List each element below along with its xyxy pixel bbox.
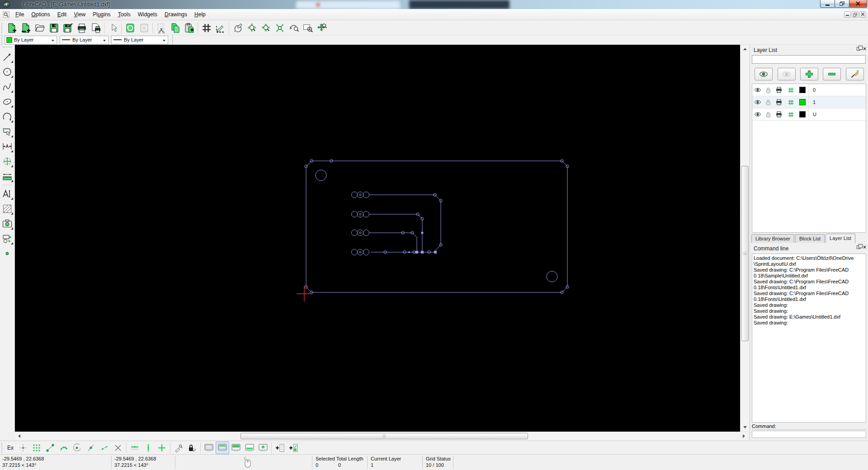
mdi-restore-button[interactable]: [852, 11, 859, 18]
lock-relative-zero-button[interactable]: [185, 442, 199, 454]
toolbar-handle[interactable]: [1, 443, 3, 453]
hatch-tool-button[interactable]: [1, 202, 14, 215]
auto-zoom-button[interactable]: [273, 21, 287, 34]
scroll-right-arrow[interactable]: [741, 433, 747, 439]
snap-entity-button[interactable]: [57, 442, 71, 454]
remove-layer-button[interactable]: [823, 68, 841, 80]
block-tool-button[interactable]: [1, 232, 14, 245]
menu-file[interactable]: File: [12, 9, 28, 19]
layer-lock-icon[interactable]: [763, 99, 773, 106]
line-tool-button[interactable]: [1, 51, 14, 63]
snap-intersection-button[interactable]: [111, 442, 125, 454]
color-combobox[interactable]: By Layer: [5, 36, 57, 44]
float-panel-icon[interactable]: [857, 47, 860, 51]
scroll-left-arrow[interactable]: [16, 433, 23, 439]
layer-name[interactable]: 0: [808, 84, 866, 96]
modify-layer-button[interactable]: [846, 68, 864, 80]
open-document-button[interactable]: [33, 21, 47, 34]
tab-layer-list[interactable]: Layer List: [826, 234, 855, 243]
circle-tool-button[interactable]: [1, 66, 14, 78]
layer-color-swatch[interactable]: [799, 99, 806, 105]
layer-name[interactable]: U: [808, 108, 866, 120]
new-document-button[interactable]: [5, 21, 19, 34]
menu-tools[interactable]: Tools: [114, 9, 134, 19]
layer-color-swatch[interactable]: [799, 111, 806, 118]
select-pointer-button[interactable]: [106, 21, 120, 34]
toolbar-handle[interactable]: [1, 23, 3, 33]
view-draft-button[interactable]: [229, 442, 243, 454]
arc-tool-button[interactable]: [1, 110, 14, 123]
modify-tool-button[interactable]: [1, 155, 14, 168]
grid-toggle-button[interactable]: [199, 21, 213, 34]
layer-row-1[interactable]: 1: [752, 96, 866, 108]
show-all-layers-button[interactable]: [755, 68, 773, 80]
previous-view-button[interactable]: [287, 21, 301, 34]
zoom-in-button[interactable]: [245, 21, 259, 34]
layer-visible-icon[interactable]: [752, 99, 763, 106]
spline-tool-button[interactable]: [1, 80, 14, 93]
linetype-combobox[interactable]: By Layer: [111, 36, 168, 44]
width-combobox[interactable]: By Layer: [60, 36, 108, 44]
snap-free-button[interactable]: [16, 442, 30, 454]
layer-visible-icon[interactable]: [752, 86, 763, 94]
snap-center-button[interactable]: [71, 442, 84, 454]
pan-zoom-button[interactable]: [315, 21, 329, 34]
new-from-template-button[interactable]: [19, 21, 33, 34]
toolbar-handle[interactable]: [172, 35, 174, 45]
float-panel-icon[interactable]: [857, 245, 860, 249]
layer-print-icon[interactable]: [773, 86, 785, 94]
drawing-canvas[interactable]: [15, 45, 740, 432]
zoom-out-button[interactable]: [259, 21, 273, 34]
layer-construction-icon[interactable]: [785, 87, 797, 94]
scrollbar-thumb[interactable]: [241, 433, 528, 439]
zoom-window-button[interactable]: [301, 21, 315, 34]
menu-drawings[interactable]: Drawings: [161, 9, 191, 19]
command-history[interactable]: Loaded document: C:\Users\Öltöző\OneDriv…: [752, 254, 866, 423]
close-button[interactable]: [849, 0, 867, 8]
scrollbar-thumb[interactable]: [741, 166, 749, 341]
snap-grid-button[interactable]: [30, 442, 43, 454]
restore-button[interactable]: [835, 0, 849, 8]
layer-print-icon[interactable]: [773, 99, 785, 106]
menu-view[interactable]: View: [70, 9, 89, 19]
set-relative-zero-button[interactable]: [172, 442, 185, 454]
redo-button[interactable]: [137, 21, 151, 34]
measure-tool-button[interactable]: [1, 170, 14, 183]
print-preview-button[interactable]: [89, 21, 103, 34]
layer-print-icon[interactable]: [773, 111, 785, 118]
ellipse-tool-button[interactable]: [1, 95, 14, 108]
copy-button[interactable]: [168, 21, 182, 34]
image-tool-button[interactable]: [1, 217, 14, 230]
menu-edit[interactable]: Edit: [54, 9, 71, 19]
view-statusbar-button[interactable]: [202, 442, 216, 454]
snap-distance-button[interactable]: [98, 442, 111, 454]
minimize-button[interactable]: [820, 0, 835, 8]
undo-button[interactable]: [123, 21, 137, 34]
view-grid-button[interactable]: [216, 442, 229, 454]
layer-row-0[interactable]: 0: [752, 84, 866, 96]
horizontal-scrollbar[interactable]: [15, 432, 748, 440]
layer-filter-input[interactable]: [752, 55, 866, 64]
dimension-tool-button[interactable]: [1, 140, 14, 153]
layer-name[interactable]: 1: [808, 96, 866, 108]
tab-block-list[interactable]: Block List: [795, 234, 825, 243]
close-panel-icon[interactable]: ×: [863, 47, 866, 51]
mdi-close-button[interactable]: [859, 11, 866, 18]
mdi-minimize-button[interactable]: [844, 11, 851, 18]
draft-mode-button[interactable]: [213, 21, 227, 34]
restrict-vertical-button[interactable]: [142, 442, 155, 454]
polyline-tool-button[interactable]: [1, 125, 14, 138]
layer-color-swatch[interactable]: [799, 87, 806, 93]
close-panel-icon[interactable]: ×: [863, 245, 866, 249]
restrict-orthogonal-button[interactable]: [155, 442, 169, 454]
menu-options[interactable]: Options: [28, 9, 53, 19]
mdi-system-icon[interactable]: [2, 10, 10, 19]
vertical-scrollbar[interactable]: [740, 45, 750, 432]
restrict-horizontal-button[interactable]: [128, 442, 142, 454]
menu-plugins[interactable]: Plugins: [89, 9, 114, 19]
layer-visible-icon[interactable]: [752, 111, 763, 118]
redraw-button[interactable]: [231, 21, 245, 34]
view-statusbar-bottom-button[interactable]: [243, 442, 256, 454]
layer-construction-icon[interactable]: [785, 111, 797, 118]
point-tool-button[interactable]: [1, 247, 14, 260]
